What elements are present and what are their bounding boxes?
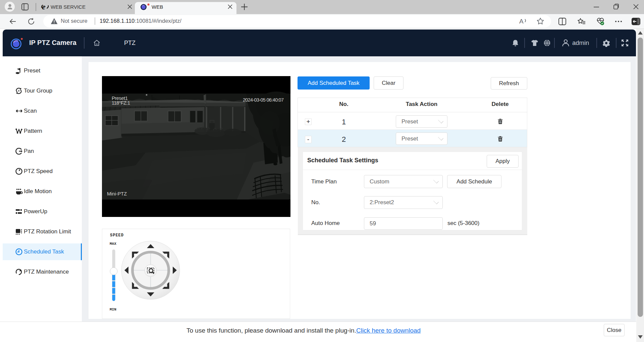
svg-text:A: A (519, 18, 524, 25)
svg-text:2024-03-05 06:40:07: 2024-03-05 06:40:07 (243, 97, 284, 103)
svg-text:118°FZ:1: 118°FZ:1 (112, 100, 130, 106)
svg-text:Mini-PTZ: Mini-PTZ (107, 191, 127, 196)
svg-text:e: e (42, 3, 46, 11)
